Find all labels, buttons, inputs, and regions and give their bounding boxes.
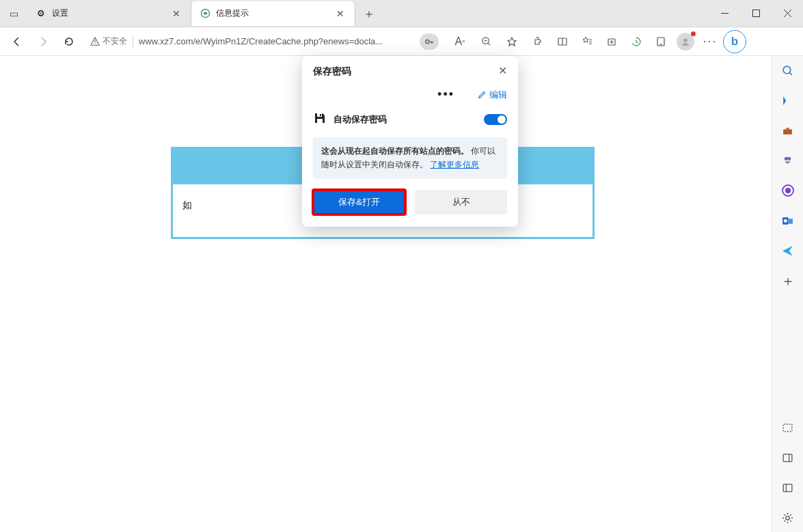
favorites-list-button[interactable] [575, 30, 599, 53]
popover-actions: 保存&打开 从不 [313, 190, 507, 214]
svg-rect-1 [752, 10, 759, 17]
popover-title: 保存密码 [313, 66, 507, 78]
separator [133, 36, 133, 47]
close-icon[interactable]: ✕ [170, 8, 182, 20]
more-button[interactable]: ··· [698, 30, 722, 53]
collections-button[interactable] [600, 30, 623, 53]
titlebar: ▭ ⚙ 设置 ✕ 信息提示 ✕ ＋ [0, 0, 803, 27]
save-icon [313, 111, 327, 128]
back-button[interactable] [5, 30, 29, 53]
copilot-icon[interactable] [778, 180, 798, 201]
split-screen-button[interactable] [551, 30, 574, 53]
toolbar: 不安全 www.xz7.com/e/WyimPn1Z/CreateCache.p… [0, 27, 803, 56]
url-text: www.xz7.com/e/WyimPn1Z/CreateCache.php?e… [139, 36, 414, 46]
password-dots: ••• [437, 87, 454, 102]
add-icon[interactable]: ＋ [778, 270, 798, 291]
svg-rect-13 [783, 129, 792, 134]
settings-icon[interactable] [778, 507, 798, 528]
maximize-button[interactable] [740, 0, 772, 27]
svg-rect-11 [320, 114, 321, 116]
close-icon[interactable]: ✕ [334, 8, 346, 20]
svg-point-12 [783, 66, 791, 74]
close-window-button[interactable] [772, 0, 803, 27]
new-tab-button[interactable]: ＋ [358, 3, 380, 25]
refresh-button[interactable] [57, 30, 81, 53]
autosave-row: 自动保存密码 [313, 111, 507, 128]
tab-info[interactable]: 信息提示 ✕ [191, 1, 355, 26]
content-area: 如 ✕ 保存密码 ••• 编辑 自动保存密码 [0, 56, 803, 532]
svg-point-2 [94, 43, 95, 44]
edit-label: 编辑 [489, 89, 507, 101]
svg-rect-22 [783, 454, 792, 462]
read-aloud-button[interactable]: A» [448, 30, 472, 53]
close-icon[interactable]: ✕ [495, 63, 510, 78]
bing-button[interactable]: b [723, 30, 746, 53]
edit-button[interactable]: 编辑 [478, 89, 507, 101]
app-button[interactable] [649, 30, 672, 53]
svg-point-20 [784, 219, 787, 223]
pencil-icon [478, 90, 487, 99]
address-bar[interactable]: 不安全 www.xz7.com/e/WyimPn1Z/CreateCache.p… [83, 31, 446, 53]
tab-actions-button[interactable]: ▭ [0, 0, 27, 27]
screenshot-icon[interactable] [778, 417, 798, 438]
warning-icon [90, 37, 100, 46]
page-icon [200, 8, 210, 19]
info-banner: 这会从现在起自动保存所有站点的密码。 你可以随时从设置中关闭自动保存。 了解更多… [313, 137, 507, 179]
shopping-icon[interactable] [778, 90, 798, 111]
gear-icon: ⚙ [36, 8, 46, 19]
svg-rect-14 [786, 128, 789, 129]
autosave-toggle[interactable] [484, 114, 507, 125]
bing-icon: b [723, 30, 746, 53]
favorite-button[interactable] [500, 30, 523, 53]
svg-point-24 [786, 516, 789, 519]
save-password-popover: ✕ 保存密码 ••• 编辑 自动保存密码 这会从现在 [302, 56, 518, 227]
search-icon[interactable] [778, 60, 798, 81]
svg-rect-19 [789, 219, 793, 223]
outlook-icon[interactable] [778, 210, 798, 231]
tab-label: 设置 [52, 8, 165, 19]
panel-icon[interactable] [778, 447, 798, 468]
extensions-button[interactable] [526, 30, 549, 53]
window-controls [709, 0, 803, 27]
info-strong: 这会从现在起自动保存所有站点的密码。 [321, 146, 469, 156]
minimize-button[interactable] [709, 0, 740, 27]
performance-button[interactable] [625, 30, 648, 53]
not-secure-badge[interactable]: 不安全 [90, 36, 127, 47]
forward-button[interactable] [31, 30, 55, 53]
autosave-label: 自动保存密码 [334, 113, 477, 126]
history-icon[interactable] [778, 477, 798, 498]
svg-rect-21 [783, 424, 792, 432]
password-key-icon[interactable] [420, 33, 439, 50]
avatar-icon [677, 33, 694, 51]
sidebar: ＋ [772, 56, 803, 532]
tab-settings[interactable]: ⚙ 设置 ✕ [27, 1, 191, 26]
send-icon[interactable] [778, 240, 798, 261]
svg-point-3 [426, 40, 429, 43]
svg-rect-10 [317, 119, 323, 123]
page: 如 ✕ 保存密码 ••• 编辑 自动保存密码 [0, 56, 772, 532]
svg-rect-23 [783, 484, 792, 492]
tools-icon[interactable] [778, 120, 798, 141]
tab-label: 信息提示 [216, 8, 329, 19]
tabstrip: ▭ ⚙ 设置 ✕ 信息提示 ✕ ＋ [0, 0, 709, 27]
credential-row: ••• 编辑 [313, 85, 507, 102]
save-open-button[interactable]: 保存&打开 [313, 190, 405, 214]
learn-more-link[interactable]: 了解更多信息 [430, 160, 479, 169]
svg-point-8 [683, 38, 688, 42]
profile-button[interactable] [674, 30, 697, 53]
not-secure-label: 不安全 [103, 36, 127, 47]
never-button[interactable]: 从不 [415, 190, 507, 214]
svg-point-16 [787, 156, 791, 160]
games-icon[interactable] [778, 150, 798, 171]
zoom-button[interactable] [474, 30, 498, 53]
